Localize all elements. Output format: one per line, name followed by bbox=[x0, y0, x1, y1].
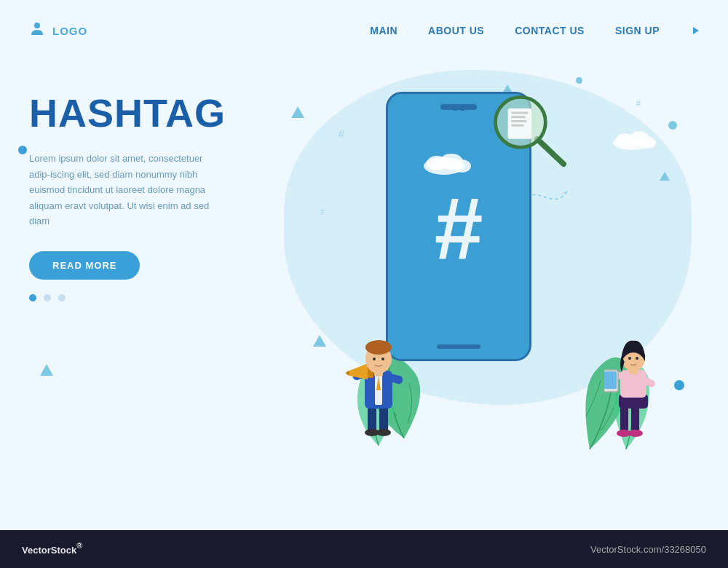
svg-rect-14 bbox=[511, 116, 525, 118]
svg-rect-37 bbox=[621, 430, 627, 435]
svg-point-4 bbox=[454, 159, 471, 173]
circle-deco-2 bbox=[674, 380, 684, 390]
main-content: HASHTAG Lorem ipsum dolor sit amet, cons… bbox=[0, 55, 728, 478]
svg-marker-9 bbox=[561, 190, 568, 196]
logo-text: LOGO bbox=[52, 25, 87, 37]
svg-point-31 bbox=[381, 358, 384, 360]
footer-url: VectorStock.com/33268050 bbox=[590, 544, 706, 555]
svg-rect-17 bbox=[368, 405, 376, 433]
svg-point-20 bbox=[376, 429, 391, 436]
svg-rect-16 bbox=[511, 125, 523, 127]
svg-rect-13 bbox=[511, 112, 528, 114]
svg-point-0 bbox=[34, 23, 40, 28]
circle-deco-1 bbox=[668, 121, 677, 130]
small-hash-1: # bbox=[339, 128, 344, 140]
phone-home-bar bbox=[437, 344, 480, 349]
small-hash-4: # bbox=[636, 99, 641, 108]
phone-screen: # bbox=[394, 111, 523, 344]
triangle-deco-3 bbox=[660, 172, 670, 181]
nav-arrow-icon bbox=[693, 27, 699, 34]
main-nav: MAIN ABOUT US CONTACT US SIGN UP bbox=[370, 25, 699, 36]
nav-contact[interactable]: CONTACT US bbox=[515, 25, 585, 36]
user-icon bbox=[29, 20, 45, 41]
svg-rect-48 bbox=[629, 368, 638, 374]
dot-3 bbox=[58, 294, 66, 301]
hashtag-display: # bbox=[435, 184, 483, 272]
header: LOGO MAIN ABOUT US CONTACT US SIGN UP bbox=[0, 0, 728, 55]
nav-about[interactable]: ABOUT US bbox=[428, 25, 484, 36]
svg-rect-43 bbox=[604, 371, 617, 389]
svg-rect-33 bbox=[620, 405, 628, 433]
person-woman bbox=[604, 325, 662, 438]
footer-bar: VectorStock® VectorStock.com/33268050 bbox=[0, 530, 728, 568]
nav-main[interactable]: MAIN bbox=[370, 25, 397, 36]
hero-illustration: # # # # bbox=[277, 63, 699, 478]
circle-deco-3 bbox=[576, 77, 582, 84]
svg-point-8 bbox=[640, 137, 656, 149]
svg-rect-32 bbox=[374, 371, 383, 376]
magnifier-icon bbox=[487, 89, 567, 172]
hero-title: HASHTAG bbox=[29, 92, 277, 135]
nav-signup[interactable]: SIGN UP bbox=[615, 25, 660, 36]
footer-brand: VectorStock® bbox=[22, 541, 82, 557]
small-hash-2: # bbox=[320, 208, 325, 216]
svg-point-30 bbox=[373, 358, 376, 360]
logo-area: LOGO bbox=[29, 20, 87, 41]
svg-rect-38 bbox=[632, 430, 638, 435]
hero-left: HASHTAG Lorem ipsum dolor sit amet, cons… bbox=[29, 63, 277, 301]
svg-point-47 bbox=[636, 357, 638, 360]
pagination-dots bbox=[29, 294, 277, 301]
svg-rect-18 bbox=[379, 405, 388, 433]
svg-rect-15 bbox=[511, 120, 526, 122]
dot-2 bbox=[44, 294, 51, 301]
svg-point-46 bbox=[628, 357, 631, 360]
footer-logo-text: VectorStock® bbox=[22, 542, 82, 556]
triangle-deco-4 bbox=[313, 335, 326, 347]
svg-point-29 bbox=[365, 340, 392, 355]
dot-active bbox=[29, 294, 36, 301]
svg-marker-26 bbox=[349, 363, 368, 379]
svg-rect-34 bbox=[631, 405, 639, 433]
read-more-button[interactable]: READ MORE bbox=[29, 251, 140, 280]
cloud-right bbox=[612, 128, 659, 153]
person-man bbox=[346, 321, 411, 438]
cloud-left bbox=[422, 150, 473, 178]
triangle-deco-1 bbox=[291, 106, 304, 118]
hero-description: Lorem ipsum dolor sit amet, consectetuer… bbox=[29, 151, 226, 229]
svg-line-10 bbox=[537, 139, 563, 164]
